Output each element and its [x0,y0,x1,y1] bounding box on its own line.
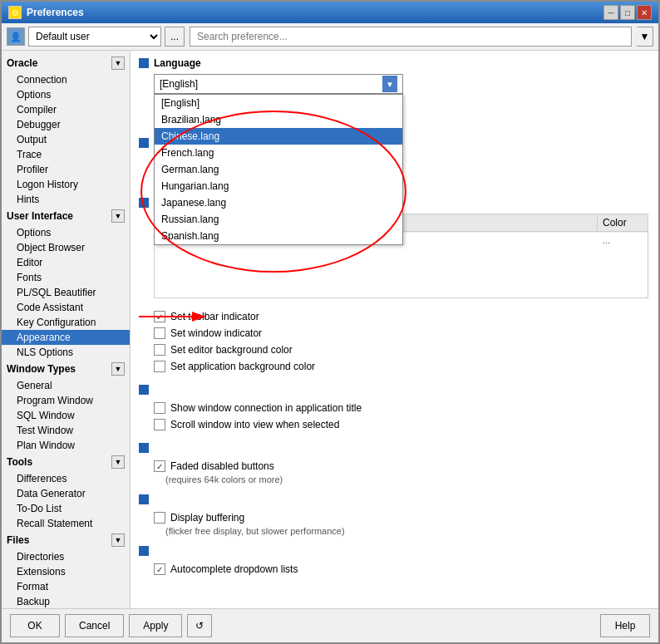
lang-option-brazilian[interactable]: Brazilian.lang [155,111,402,128]
cancel-button[interactable]: Cancel [65,614,124,637]
cb-window-connection-label: Show window connection in application ti… [170,402,362,414]
sidebar-item-test-window[interactable]: Test Window [2,423,130,438]
tools-expand[interactable]: ▼ [111,455,125,469]
tools-label: Tools [7,456,32,468]
cb-editor-bg[interactable] [154,344,165,356]
sidebar-item-backup[interactable]: Backup [2,594,130,608]
sidebar-section-ui[interactable]: User Interface ▼ [2,207,130,225]
restore-button[interactable]: ↺ [187,614,212,637]
sidebar-item-fonts[interactable]: Fonts [2,270,130,285]
sidebar-item-format[interactable]: Format [2,579,130,594]
user-selector-wrap: 👤 Default user ... [7,27,185,47]
cb-editor-bg-label: Set editor background color [170,344,293,356]
faded-buttons-note: (requires 64k colors or more) [139,474,650,484]
cb-app-bg-label: Set application background color [170,361,315,372]
cb-row-editor-bg: Set editor background color [139,342,650,358]
lang-option-hungarian[interactable]: Hungarian.lang [155,178,402,194]
sidebar-item-debugger[interactable]: Debugger [2,117,130,132]
sidebar-item-sql-window[interactable]: SQL Window [2,408,130,423]
window-types-expand[interactable]: ▼ [111,362,125,376]
sidebar-item-plsql-beautifier[interactable]: PL/SQL Beautifier [2,285,130,300]
sidebar-item-connection[interactable]: Connection [2,72,130,87]
main-area: Oracle ▼ Connection Options Compiler Deb… [2,51,658,608]
sidebar-item-directories[interactable]: Directories [2,549,130,564]
apply-button[interactable]: Apply [129,614,182,637]
search-input[interactable] [190,27,632,47]
sidebar-item-code-assistant[interactable]: Code Assistant [2,300,130,315]
ok-button[interactable]: OK [10,614,60,637]
conn-color-cell[interactable]: ... [598,233,648,248]
cb-autocomplete[interactable] [154,563,165,575]
cb-row-window-indicator: Set window indicator [139,325,650,342]
sidebar-item-recall-statement[interactable]: Recall Statement [2,516,130,531]
section4-label [139,494,650,504]
lang-option-english[interactable]: [English] [155,95,402,111]
toolbar: 👤 Default user ... ▼ [2,23,658,51]
sidebar-item-data-generator[interactable]: Data Generator [2,486,130,501]
lang-option-german[interactable]: German.lang [155,161,402,178]
lang-option-russian[interactable]: Russian.lang [155,211,402,228]
section4-dot [139,494,149,504]
minimize-button[interactable]: ─ [603,5,618,20]
cb-scroll-window[interactable] [154,419,165,430]
sidebar-item-todo-list[interactable]: To-Do List [2,501,130,516]
sidebar-item-appearance[interactable]: Appearance [2,330,130,345]
sidebar-section-tools[interactable]: Tools ▼ [2,453,130,471]
mdi-dot [139,138,149,148]
cb-autocomplete-label: Autocomplete dropdown lists [170,563,298,575]
section5-label [139,546,650,556]
sidebar-section-window-types[interactable]: Window Types ▼ [2,360,130,378]
cb-window-connection[interactable] [154,402,165,414]
maximize-button[interactable]: □ [620,5,635,20]
ui-expand[interactable]: ▼ [111,209,125,223]
cb-display-buffering-label: Display buffering [170,512,244,524]
sidebar-item-trace[interactable]: Trace [2,147,130,162]
cb-app-bg[interactable] [154,361,165,372]
sidebar-item-differences[interactable]: Differences [2,471,130,486]
language-select-display[interactable]: [English] ▼ [154,74,403,94]
cb-window-indicator[interactable] [154,327,165,339]
sidebar-item-key-config[interactable]: Key Configuration [2,315,130,330]
user-select[interactable]: Default user [28,27,161,47]
sidebar-item-general[interactable]: General [2,378,130,393]
sidebar-item-compiler[interactable]: Compiler [2,102,130,117]
files-label: Files [7,534,29,546]
cb-faded-buttons[interactable] [154,460,165,472]
sidebar-section-oracle[interactable]: Oracle ▼ [2,54,130,72]
lang-option-japanese[interactable]: Japanese.lang [155,194,402,211]
language-current-value: [English] [160,78,198,90]
section3-label [139,443,650,453]
sidebar-item-hints[interactable]: Hints [2,192,130,207]
sidebar-item-output[interactable]: Output [2,132,130,147]
cb-window-indicator-label: Set window indicator [170,327,262,339]
section5-dot [139,546,149,556]
sidebar-item-options-ui[interactable]: Options [2,225,130,240]
lang-option-chinese[interactable]: Chinese.lang [155,128,402,145]
sidebar-item-editor[interactable]: Editor [2,255,130,270]
sidebar-item-program-window[interactable]: Program Window [2,393,130,408]
close-button[interactable]: ✕ [637,5,652,20]
cb-toolbar-indicator[interactable] [154,311,165,322]
cb-toolbar-indicator-label: Set toolbar indicator [170,311,259,322]
sidebar-item-plan-window[interactable]: Plan Window [2,438,130,453]
content-panel: Language [English] ▼ [English] Brazilian… [131,51,658,608]
section3-dot [139,443,149,453]
cb-display-buffering[interactable] [154,512,165,524]
cb-faded-buttons-label: Faded disabled buttons [170,460,274,472]
sidebar-item-logon-history[interactable]: Logon History [2,177,130,192]
sidebar-item-object-browser[interactable]: Object Browser [2,240,130,255]
more-options-button[interactable]: ... [165,27,185,47]
help-button[interactable]: Help [600,614,650,637]
sidebar-item-profiler[interactable]: Profiler [2,162,130,177]
sidebar-item-nls-options[interactable]: NLS Options [2,345,130,360]
search-dropdown-button[interactable]: ▼ [637,27,653,47]
sidebar-item-options-oracle[interactable]: Options [2,87,130,102]
files-expand[interactable]: ▼ [111,533,125,547]
lang-option-spanish[interactable]: Spanish.lang [155,228,402,244]
sidebar-item-extensions[interactable]: Extensions [2,564,130,579]
language-dropdown-arrow[interactable]: ▼ [382,76,397,92]
lang-option-french[interactable]: French.lang [155,145,402,161]
oracle-expand[interactable]: ▼ [111,57,125,70]
sidebar-section-files[interactable]: Files ▼ [2,531,130,549]
window-title: Preferences [27,7,84,18]
